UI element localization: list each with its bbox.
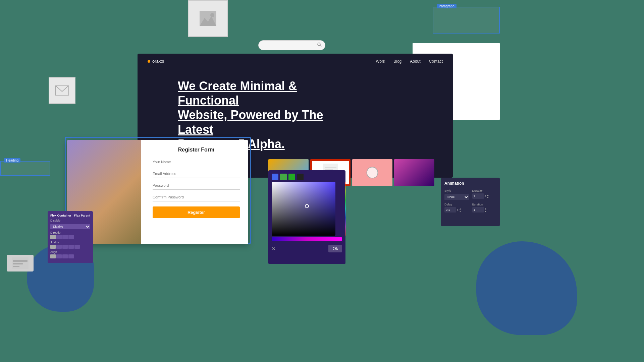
nav-contact[interactable]: Contact <box>429 59 443 64</box>
hero-line2: Website, Powered by The Latest <box>178 108 323 136</box>
svg-rect-8 <box>13 263 23 264</box>
animation-panel: Animation Style None Duration s ▲ ▼ Dela… <box>441 178 500 226</box>
disable-label: Disable <box>50 219 90 222</box>
duration-unit: s <box>485 194 486 198</box>
animation-title: Animation <box>444 181 496 186</box>
anim-row-2: Delay s ▲ ▼ Iteration ▲ ▼ <box>444 203 496 213</box>
svg-rect-7 <box>13 260 28 262</box>
swatch-darkgreen[interactable] <box>288 174 295 180</box>
dir-icon-4[interactable] <box>68 235 74 239</box>
website-nav: oraxol Work Blog About Contact <box>138 54 453 69</box>
website-logo: oraxol <box>148 59 164 64</box>
duration-input[interactable] <box>472 193 484 199</box>
iteration-down[interactable]: ▼ <box>485 210 487 213</box>
iteration-up[interactable]: ▲ <box>485 207 487 210</box>
iteration-label: Iteration <box>472 203 497 206</box>
cp-cancel-button[interactable]: ✕ <box>272 246 276 251</box>
dir-icon-2[interactable] <box>56 235 62 239</box>
dir-icon-1[interactable] <box>50 235 56 239</box>
spectrum-bar[interactable] <box>272 237 342 241</box>
color-picker-panel: ✕ Ok <box>268 170 345 264</box>
style-label: Style <box>444 189 469 192</box>
just-icon-3[interactable] <box>62 245 68 249</box>
image-placeholder-top <box>188 0 228 37</box>
cp-ok-button[interactable]: Ok <box>328 245 342 252</box>
color-gradient-wrapper <box>272 182 342 236</box>
website-nav-links: Work Blog About Contact <box>376 59 443 64</box>
strip-item-3 <box>352 159 392 186</box>
flex-container-label: Flex Container <box>50 214 71 217</box>
gradient-area[interactable] <box>272 182 335 236</box>
nav-blog[interactable]: Blog <box>393 59 401 64</box>
swatch-green[interactable] <box>280 174 287 180</box>
direction-label: Direction <box>50 231 90 234</box>
nav-work[interactable]: Work <box>376 59 385 64</box>
search-input[interactable] <box>262 43 315 48</box>
email-field[interactable] <box>153 170 240 178</box>
flex-panel: Flex Container Flex Parent Disable Disab… <box>48 211 93 263</box>
justify-icons <box>50 245 90 249</box>
nav-about[interactable]: About <box>410 59 420 64</box>
heading-label: Heading <box>4 158 20 163</box>
search-bar[interactable] <box>258 40 325 50</box>
register-form-title: Register Form <box>153 147 240 153</box>
disable-select[interactable]: Disable Enable <box>50 224 90 229</box>
style-select[interactable]: None <box>444 194 469 200</box>
just-icon-1[interactable] <box>50 245 56 249</box>
justify-label: Justify <box>50 241 90 244</box>
password-field[interactable] <box>153 181 240 190</box>
svg-point-2 <box>210 13 214 17</box>
anim-row-1: Style None Duration s ▲ ▼ <box>444 189 496 200</box>
widget-card <box>7 255 34 272</box>
swatch-blue[interactable] <box>272 174 278 180</box>
duration-spinner: ▲ ▼ <box>487 194 489 199</box>
align-icon-4[interactable] <box>68 254 74 258</box>
mail-card <box>49 77 75 104</box>
duration-label: Duration <box>472 189 497 192</box>
register-button[interactable]: Register <box>153 206 240 218</box>
strip-item-4 <box>394 159 434 186</box>
delay-unit: s <box>457 208 459 212</box>
flex-parent-label: Flex Parent <box>74 214 90 217</box>
align-icon-3[interactable] <box>62 254 68 258</box>
paragraph-label: Paragraph <box>437 4 457 8</box>
confirm-password-field[interactable] <box>153 193 240 201</box>
register-form-area: Register Form Register <box>144 140 248 244</box>
hero-line1: We Create Minimal & Functional <box>178 79 297 107</box>
clock-icon <box>367 167 378 179</box>
logo-dot <box>148 60 150 63</box>
duration-up[interactable]: ▲ <box>487 194 489 196</box>
dir-icon-3[interactable] <box>62 235 68 239</box>
align-icon-1[interactable] <box>50 254 56 258</box>
color-swatches <box>268 170 345 182</box>
register-panel: Register Form Register <box>67 140 248 244</box>
just-icon-4[interactable] <box>68 245 74 249</box>
delay-down[interactable]: ▼ <box>459 210 462 213</box>
iteration-spinner: ▲ ▼ <box>485 207 487 213</box>
name-field[interactable] <box>153 158 240 166</box>
delay-input[interactable] <box>444 207 456 213</box>
cp-bottom: ✕ Ok <box>268 243 345 255</box>
just-icon-2[interactable] <box>56 245 62 249</box>
svg-rect-9 <box>13 266 19 267</box>
align-label: Align <box>50 250 90 254</box>
iteration-number: ▲ ▼ <box>472 207 497 213</box>
flex-row-header: Flex Container Flex Parent <box>50 214 90 217</box>
delay-label: Delay <box>444 203 469 206</box>
search-icon <box>317 42 322 48</box>
paragraph-box: Paragraph <box>433 7 500 34</box>
svg-line-4 <box>320 45 321 47</box>
logo-text: oraxol <box>152 59 164 64</box>
just-icon-5[interactable] <box>74 245 80 249</box>
duration-down[interactable]: ▼ <box>487 196 489 199</box>
heading-box: Heading <box>0 161 50 176</box>
swatch-black[interactable] <box>297 174 304 180</box>
align-icon-2[interactable] <box>56 254 62 258</box>
duration-number: s ▲ ▼ <box>472 193 497 199</box>
hue-slider[interactable] <box>345 182 345 236</box>
svg-point-3 <box>318 43 320 46</box>
delay-spinner: ▲ ▼ <box>459 207 462 213</box>
iteration-input[interactable] <box>472 207 484 213</box>
align-icons <box>50 254 90 258</box>
delay-up[interactable]: ▲ <box>459 207 462 210</box>
